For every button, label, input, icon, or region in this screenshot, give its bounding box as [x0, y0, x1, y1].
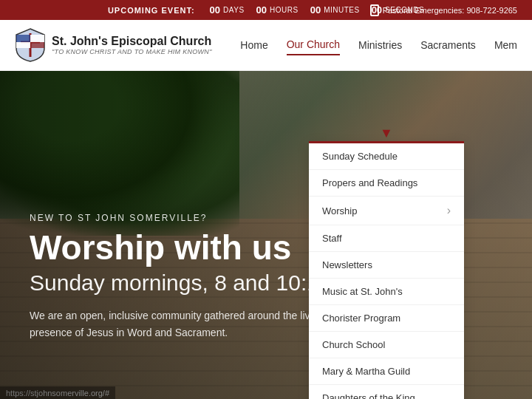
dropdown-daughters-king[interactable]: Daughters of the King	[309, 385, 464, 399]
church-logo	[15, 27, 46, 63]
main-nav: Home Our Church Ministries Sacraments Me…	[240, 35, 517, 55]
dropdown-staff[interactable]: Staff	[309, 225, 464, 252]
svg-rect-4	[16, 42, 30, 48]
hero-subtitle: Sunday mornings, 8 and 10:15	[30, 270, 340, 296]
days-counter: 00 DAYS	[210, 4, 245, 16]
dropdown-church-school[interactable]: Church School	[309, 332, 464, 358]
nav-our-church[interactable]: Our Church	[287, 35, 340, 55]
top-banner: UPCOMING EVENT: 00 DAYS 00 HOURS 00 MINU…	[0, 0, 532, 20]
hours-unit: HOURS	[270, 6, 299, 14]
emergency-text: Pastoral Emergencies: 908-722-9265	[383, 6, 517, 15]
nav-ministries[interactable]: Ministries	[358, 35, 402, 55]
church-name: St. John's Episcopal Church	[52, 35, 212, 48]
our-church-dropdown: ▼ Sunday Schedule Propers and Readings W…	[309, 141, 464, 399]
dropdown-worship[interactable]: Worship	[309, 197, 464, 225]
dropdown-arrow-icon: ▼	[380, 126, 393, 141]
minutes-counter: 00 MINUTES	[310, 4, 360, 16]
days-value: 00	[210, 4, 220, 16]
nav-sacraments[interactable]: Sacraments	[420, 35, 476, 55]
header: St. John's Episcopal Church "TO KNOW CHR…	[0, 20, 532, 71]
hero-body: We are an open, inclusive community gath…	[30, 307, 340, 341]
hero-supertitle: NEW TO ST JOHN SOMERVILLE?	[30, 213, 340, 223]
dropdown-music[interactable]: Music at St. John's	[309, 279, 464, 305]
dropdown-newsletters[interactable]: Newsletters	[309, 252, 464, 279]
dropdown-chorister[interactable]: Chorister Program	[309, 305, 464, 332]
hours-value: 00	[256, 4, 267, 16]
nav-members[interactable]: Mem	[494, 35, 517, 55]
hours-counter: 00 HOURS	[256, 4, 299, 16]
minutes-unit: MINUTES	[324, 6, 360, 14]
hero-section: ▼ Sunday Schedule Propers and Readings W…	[0, 71, 532, 399]
emergency-contact[interactable]: Pastoral Emergencies: 908-722-9265	[370, 4, 517, 16]
nav-home[interactable]: Home	[240, 35, 267, 55]
dropdown-mary-martha[interactable]: Mary & Martha Guild	[309, 358, 464, 385]
dropdown-sunday-schedule[interactable]: Sunday Schedule	[309, 143, 464, 170]
days-unit: DAYS	[223, 6, 245, 14]
event-label: UPCOMING EVENT:	[108, 6, 195, 15]
hero-content: NEW TO ST JOHN SOMERVILLE? Worship with …	[30, 213, 340, 341]
minutes-value: 00	[310, 4, 321, 16]
church-tagline: "TO KNOW CHRIST AND TO MAKE HIM KNOWN"	[52, 48, 212, 55]
dropdown-propers-readings[interactable]: Propers and Readings	[309, 170, 464, 197]
church-name-area: St. John's Episcopal Church "TO KNOW CHR…	[52, 35, 212, 55]
hero-title: Worship with us	[30, 229, 340, 267]
svg-rect-5	[30, 42, 44, 48]
svg-rect-2	[16, 35, 30, 42]
logo-area[interactable]: St. John's Episcopal Church "TO KNOW CHR…	[15, 27, 212, 63]
svg-rect-3	[30, 35, 44, 42]
phone-icon	[370, 4, 379, 16]
